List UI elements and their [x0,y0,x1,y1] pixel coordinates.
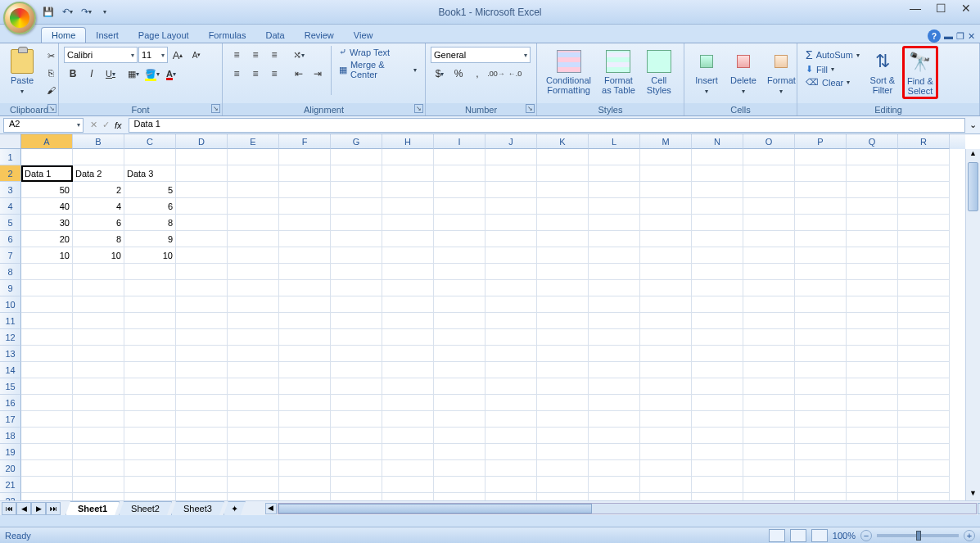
cell[interactable] [692,378,743,395]
cell[interactable] [847,264,898,280]
select-all-corner[interactable] [0,134,21,149]
cell[interactable] [382,428,434,444]
cell[interactable] [228,165,279,182]
cell[interactable] [21,460,73,477]
cell[interactable] [898,313,950,329]
row-header[interactable]: 3 [0,182,21,198]
cell[interactable] [485,460,537,477]
cell[interactable] [73,444,124,460]
cell[interactable] [228,231,279,247]
cell[interactable] [847,198,898,215]
cell[interactable] [21,280,73,296]
cell[interactable] [176,231,228,247]
comma-button[interactable]: , [468,66,486,82]
row-header[interactable]: 18 [0,428,21,444]
cell[interactable] [331,378,382,395]
fill-color-button[interactable]: 🪣▾ [143,66,161,82]
cell[interactable] [124,149,176,165]
cell[interactable] [589,346,640,362]
cell[interactable]: 8 [73,231,124,247]
cell[interactable] [176,477,228,493]
percent-button[interactable]: % [449,66,467,82]
cell[interactable] [898,428,950,444]
cell[interactable] [279,362,331,378]
row-header[interactable]: 11 [0,313,21,329]
cell[interactable] [124,329,176,346]
cell[interactable]: 10 [21,247,73,264]
restore-window-icon[interactable]: ❐ [956,31,964,42]
cell[interactable] [124,477,176,493]
cell[interactable] [589,264,640,280]
cell[interactable] [589,378,640,395]
cell[interactable] [589,477,640,493]
cell[interactable] [589,395,640,411]
column-header[interactable]: I [434,134,485,149]
cell[interactable] [124,428,176,444]
cell[interactable] [124,444,176,460]
sheet-tab-3[interactable]: Sheet3 [171,501,224,515]
cell[interactable] [21,444,73,460]
minimize-ribbon-icon[interactable]: ▬ [944,31,953,41]
cell[interactable] [176,165,228,182]
cell[interactable] [847,378,898,395]
cell[interactable] [124,313,176,329]
row-header[interactable]: 8 [0,264,21,280]
launcher-icon[interactable]: ↘ [414,104,423,113]
cell[interactable] [847,231,898,247]
cell[interactable] [640,264,692,280]
cell[interactable] [382,198,434,215]
cell[interactable] [382,280,434,296]
cell[interactable] [589,165,640,182]
cell[interactable] [795,346,847,362]
tab-formulas[interactable]: Formulas [199,28,256,43]
align-bottom-button[interactable]: ≡ [265,47,283,63]
cell[interactable] [743,215,795,231]
cell[interactable] [795,215,847,231]
cell[interactable] [692,395,743,411]
save-button[interactable]: 💾 [41,5,56,20]
format-as-table-button[interactable]: Format as Table [598,46,639,97]
cell[interactable] [589,280,640,296]
cell[interactable] [331,215,382,231]
format-cells-button[interactable]: Format▾ [763,46,800,99]
cell[interactable] [692,444,743,460]
cell[interactable] [434,149,485,165]
cell[interactable] [485,362,537,378]
cell[interactable] [434,378,485,395]
cell[interactable] [331,313,382,329]
cell[interactable]: 30 [21,215,73,231]
cell[interactable] [124,296,176,313]
fill-button[interactable]: ⬇Fill▾ [802,63,863,75]
row-header[interactable]: 17 [0,411,21,428]
font-size-input[interactable] [142,50,159,60]
cell[interactable] [21,411,73,428]
row-header[interactable]: 2 [0,165,21,182]
cell[interactable] [176,444,228,460]
cell[interactable] [485,346,537,362]
column-header[interactable]: D [176,134,228,149]
clear-button[interactable]: ⌫Clear▾ [802,76,863,88]
cell[interactable] [537,149,589,165]
cell[interactable] [279,378,331,395]
cell[interactable] [692,346,743,362]
number-format-input[interactable] [434,50,522,60]
font-name-combo[interactable]: ▾ [64,47,138,63]
cell[interactable] [537,329,589,346]
align-right-button[interactable]: ≡ [265,66,283,82]
cell[interactable] [434,198,485,215]
cell[interactable] [743,362,795,378]
cell[interactable] [692,477,743,493]
cell[interactable] [21,313,73,329]
cell[interactable] [331,411,382,428]
cell[interactable] [382,182,434,198]
cell[interactable] [382,444,434,460]
cell[interactable] [228,313,279,329]
cell[interactable] [228,444,279,460]
cell[interactable] [898,378,950,395]
cell[interactable] [692,247,743,264]
cell[interactable]: Data 2 [73,165,124,182]
zoom-level[interactable]: 100% [833,531,856,541]
cell[interactable] [228,215,279,231]
cell[interactable] [382,264,434,280]
launcher-icon[interactable]: ↘ [211,104,220,113]
